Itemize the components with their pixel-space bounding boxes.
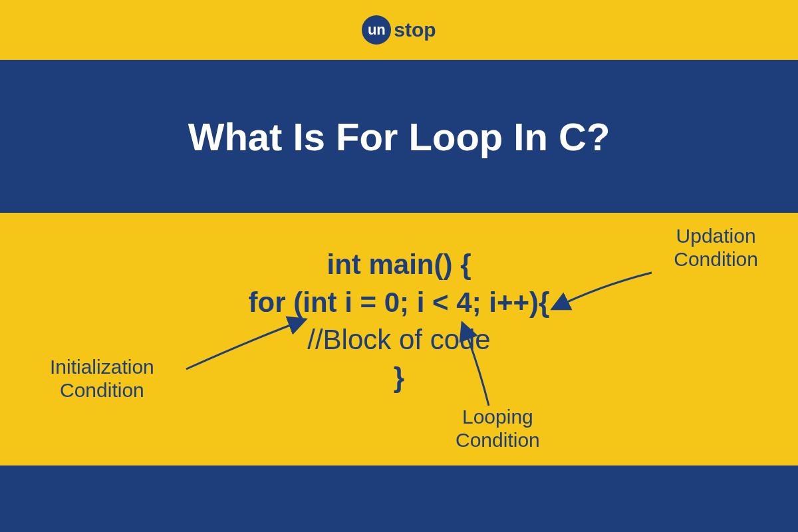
logo-word: stop <box>394 19 436 41</box>
page-title: What Is For Loop In C? <box>188 114 610 159</box>
code-block: int main() { for (int i = 0; i < 4; i++)… <box>249 246 550 397</box>
annotation-updation: Updation Condition <box>674 225 758 271</box>
unstop-logo: un stop <box>362 15 436 45</box>
annotation-updation-l2: Condition <box>674 248 758 271</box>
annotation-init-l2: Condition <box>50 379 154 402</box>
footer-band <box>0 466 798 532</box>
logo-circle: un <box>362 15 391 45</box>
annotation-looping: Looping Condition <box>456 406 540 452</box>
annotation-initialization: Initialization Condition <box>50 356 154 402</box>
logo-circle-text: un <box>368 21 386 39</box>
code-line-4: } <box>249 359 550 397</box>
header-band: un stop <box>0 0 798 60</box>
annotation-looping-l2: Condition <box>456 429 540 452</box>
code-line-3: //Block of code <box>249 321 550 359</box>
code-line-1: int main() { <box>249 246 550 284</box>
arrow-updation <box>552 273 652 309</box>
annotation-init-l1: Initialization <box>50 356 154 379</box>
annotation-looping-l1: Looping <box>456 406 540 429</box>
content-band: int main() { for (int i = 0; i < 4; i++)… <box>0 213 798 466</box>
annotation-updation-l1: Updation <box>674 225 758 248</box>
code-line-2: for (int i = 0; i < 4; i++){ <box>249 284 550 322</box>
title-band: What Is For Loop In C? <box>0 60 798 213</box>
